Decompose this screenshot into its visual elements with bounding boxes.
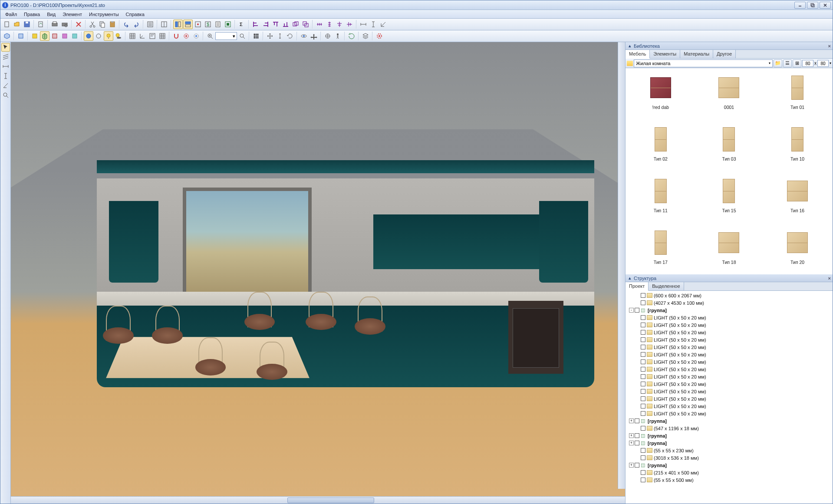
- library-tab-2[interactable]: Материалы: [680, 50, 713, 58]
- tree-checkbox[interactable]: [641, 396, 645, 401]
- orbit-icon[interactable]: [299, 31, 309, 41]
- walk-icon[interactable]: [333, 31, 342, 41]
- thumb-width[interactable]: 80: [802, 60, 813, 67]
- menu-Инструменты[interactable]: Инструменты: [86, 11, 122, 18]
- tree-checkbox[interactable]: [635, 308, 639, 313]
- structure-close-icon[interactable]: ×: [828, 276, 831, 281]
- tree-checkbox[interactable]: [635, 441, 639, 445]
- thumb-height[interactable]: 80: [817, 60, 829, 67]
- library-tab-0[interactable]: Мебель: [626, 50, 650, 59]
- menu-Правка[interactable]: Правка: [20, 11, 43, 18]
- align-back-icon[interactable]: [301, 20, 310, 29]
- dimension-angle-icon[interactable]: [379, 20, 388, 29]
- toggle-reports-button[interactable]: [213, 20, 223, 29]
- library-item[interactable]: Тип 16: [765, 174, 830, 224]
- library-item[interactable]: !red dab: [628, 71, 693, 121]
- tree-row[interactable]: LIGHT (50 x 50 x 20 мм): [627, 402, 831, 410]
- library-tab-1[interactable]: Элементы: [650, 50, 680, 58]
- cut-button[interactable]: [88, 20, 97, 29]
- up-folder-icon[interactable]: 📁: [774, 59, 782, 67]
- open-button[interactable]: [12, 20, 22, 29]
- align-right-icon[interactable]: [261, 20, 270, 29]
- library-item[interactable]: Тип 03: [697, 122, 762, 172]
- view-bottom-icon[interactable]: [70, 31, 79, 41]
- library-item[interactable]: Тип 15: [697, 174, 762, 224]
- dim-h-tool-icon[interactable]: [1, 62, 10, 71]
- tree-row[interactable]: LIGHT (50 x 50 x 20 мм): [627, 358, 831, 366]
- labels-icon[interactable]: [148, 31, 157, 41]
- toggle-structure-button[interactable]: [173, 20, 183, 29]
- library-tab-3[interactable]: Другое: [713, 50, 736, 58]
- tree-checkbox[interactable]: [641, 470, 645, 475]
- move-z-icon[interactable]: [275, 31, 285, 41]
- paste-button[interactable]: [108, 20, 117, 29]
- table-icon[interactable]: [158, 31, 167, 41]
- tree-row[interactable]: LIGHT (50 x 50 x 20 мм): [627, 314, 831, 321]
- view-perspective-icon[interactable]: [2, 31, 12, 41]
- dimension-h-icon[interactable]: [359, 20, 368, 29]
- structure-collapse-icon[interactable]: ▴: [627, 276, 632, 281]
- menu-Вид[interactable]: Вид: [43, 11, 59, 18]
- tree-row[interactable]: (55 x 55 x 500 мм): [627, 476, 831, 484]
- structure-tab-1[interactable]: Выделенное: [649, 282, 684, 290]
- menu-Файл[interactable]: Файл: [2, 11, 20, 18]
- tree-expander-icon[interactable]: +: [629, 418, 634, 423]
- library-item[interactable]: Тип 10: [765, 122, 830, 172]
- redo-button[interactable]: [132, 20, 141, 29]
- tree-checkbox[interactable]: [641, 411, 645, 416]
- snap-magnet-icon[interactable]: [171, 31, 181, 41]
- tree-row[interactable]: +[группа]: [627, 439, 831, 447]
- view-back-icon[interactable]: [60, 31, 69, 41]
- toggle-library-button[interactable]: [183, 20, 193, 29]
- tree-expander-icon[interactable]: +: [629, 433, 634, 438]
- tree-checkbox[interactable]: [641, 426, 645, 431]
- move-xy-icon[interactable]: [265, 31, 275, 41]
- center-v-icon[interactable]: [345, 20, 354, 29]
- print-preview-button[interactable]: [60, 20, 69, 29]
- view-front-icon[interactable]: [30, 31, 40, 41]
- tree-row[interactable]: +[группа]: [627, 417, 831, 425]
- zoom-combo[interactable]: ▾: [215, 32, 237, 40]
- tree-row[interactable]: (547 x 1196 x 18 мм): [627, 425, 831, 432]
- tree-row[interactable]: LIGHT (50 x 50 x 20 мм): [627, 410, 831, 417]
- settings-gear-icon[interactable]: [375, 31, 384, 41]
- align-left-icon[interactable]: [251, 20, 260, 29]
- menu-Справка[interactable]: Справка: [122, 11, 148, 18]
- tree-checkbox[interactable]: [641, 359, 645, 364]
- library-item[interactable]: 0001: [697, 71, 762, 121]
- list-view-icon[interactable]: ☰: [783, 59, 792, 67]
- library-item[interactable]: Тип 11: [628, 174, 693, 224]
- undo-button[interactable]: [122, 20, 131, 29]
- tree-expander-icon[interactable]: +: [629, 463, 634, 468]
- tree-row[interactable]: LIGHT (50 x 50 x 20 мм): [627, 351, 831, 358]
- tree-row[interactable]: LIGHT (50 x 50 x 20 мм): [627, 373, 831, 380]
- zoom-tool-icon[interactable]: [1, 91, 10, 99]
- tree-checkbox[interactable]: [635, 418, 639, 423]
- tree-row[interactable]: -[группа]: [627, 306, 831, 314]
- print-button[interactable]: [50, 20, 59, 29]
- render-shaded-icon[interactable]: [84, 31, 93, 41]
- tree-row[interactable]: (600 x 600 x 2067 мм): [627, 292, 831, 299]
- tree-expander-icon[interactable]: -: [629, 308, 634, 313]
- tree-expander-icon[interactable]: +: [629, 441, 634, 445]
- structure-tab-0[interactable]: Проект: [626, 282, 649, 291]
- pan-icon[interactable]: [309, 31, 319, 41]
- zoom-in-icon[interactable]: [205, 31, 215, 41]
- tree-checkbox[interactable]: [641, 330, 645, 335]
- delete-button[interactable]: [74, 20, 83, 29]
- align-bottom-icon[interactable]: [281, 20, 290, 29]
- size-dropdown-icon[interactable]: ▾: [830, 61, 831, 65]
- toggle-panels-button[interactable]: [159, 20, 169, 29]
- library-item[interactable]: Тип 20: [765, 226, 830, 274]
- dim-angle-tool-icon[interactable]: [1, 81, 10, 90]
- tree-row[interactable]: LIGHT (50 x 50 x 20 мм): [627, 388, 831, 395]
- tree-row[interactable]: +[группа]: [627, 432, 831, 439]
- toggle-configurator-button[interactable]: [223, 20, 233, 29]
- tree-checkbox[interactable]: [641, 455, 645, 460]
- hatch-tool-icon[interactable]: [1, 53, 10, 61]
- tree-row[interactable]: LIGHT (50 x 50 x 20 мм): [627, 343, 831, 351]
- tree-checkbox[interactable]: [641, 404, 645, 408]
- tree-checkbox[interactable]: [641, 352, 645, 357]
- tree-checkbox[interactable]: [641, 345, 645, 349]
- maximize-button[interactable]: [807, 2, 818, 9]
